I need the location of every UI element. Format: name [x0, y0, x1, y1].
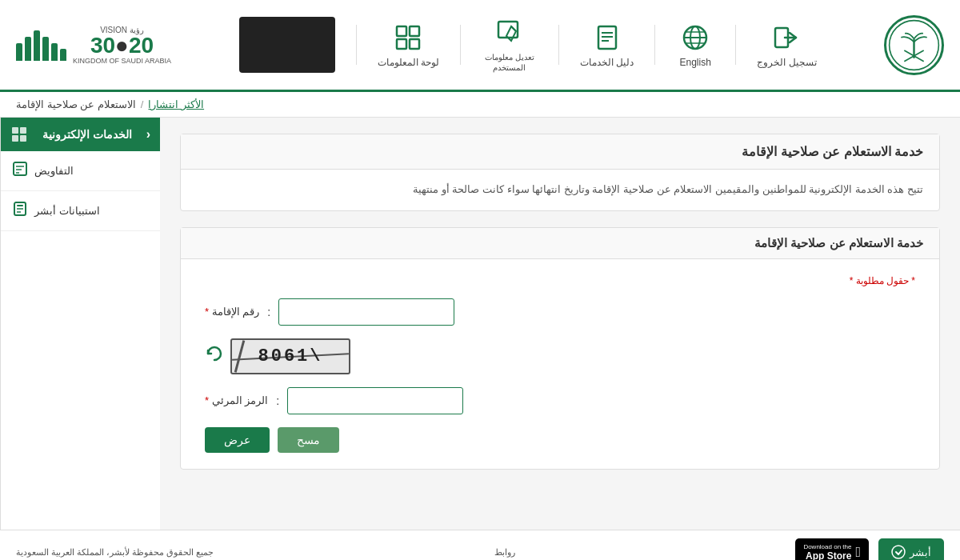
- clear-button[interactable]: مسح: [278, 427, 339, 453]
- bar-2: [51, 43, 58, 61]
- captcha-text: \8061: [258, 346, 323, 366]
- nav-edit-user-label: تعديل معلومات المستخدم: [482, 52, 538, 73]
- apple-icon: : [855, 544, 861, 561]
- svg-rect-24: [14, 162, 26, 175]
- breadcrumb-separator: /: [141, 98, 144, 110]
- iqama-input[interactable]: [278, 298, 454, 326]
- nav-english[interactable]: English: [663, 15, 727, 74]
- absher-label: أبشر: [910, 546, 931, 558]
- svg-rect-22: [12, 135, 18, 142]
- iqama-colon: :: [267, 306, 270, 318]
- iqama-label-text: رقم الإقامة: [212, 306, 260, 318]
- nav-services-guide[interactable]: دليل الخدمات: [567, 15, 646, 74]
- absher-icon: [891, 545, 906, 559]
- nav-divider-3: [558, 25, 559, 65]
- globe-icon: [679, 22, 711, 54]
- iqama-label: رقم الإقامة *: [205, 306, 259, 318]
- form-card-title: خدمة الاستعلام عن صلاحية الإقامة: [181, 228, 939, 259]
- footer-links: روابط: [494, 547, 515, 558]
- sidebar-negotiations-label: التفاويض: [34, 165, 74, 177]
- footer-apps: أبشر  Download on the App Store: [795, 538, 944, 560]
- nav-divider-1: [735, 25, 736, 65]
- header-right: رؤية VISION 20●30 KINGDOM OF SAUDI ARABI…: [16, 26, 171, 65]
- captcha-field: : الرمز المرئي *: [205, 387, 915, 414]
- kingdom-label: KINGDOM OF SAUDI ARABIA: [73, 57, 171, 65]
- iqama-required: *: [205, 306, 209, 318]
- required-asterisk: *: [911, 275, 915, 286]
- service-info-description: تتيح هذه الخدمة الإلكترونية للمواطنين وا…: [181, 170, 939, 210]
- app-store-download: Download on the: [803, 543, 851, 550]
- sidebar-header: ‹ الخدمات الإلكترونية: [1, 118, 160, 151]
- svg-rect-17: [410, 26, 419, 36]
- dashboard-icon: [392, 22, 424, 54]
- captcha-colon: :: [276, 394, 279, 407]
- bar-3: [42, 37, 49, 61]
- vision-bars: [16, 29, 66, 61]
- services-guide-icon: [591, 22, 623, 54]
- saudi-emblem: [884, 15, 944, 75]
- nav-edit-user[interactable]: تعديل معلومات المستخدم: [469, 10, 550, 79]
- captcha-row: \8061: [205, 338, 915, 374]
- negotiations-icon: [12, 161, 28, 181]
- captcha-image: \8061: [230, 338, 350, 374]
- captcha-slash: [234, 340, 246, 372]
- sidebar-item-surveys[interactable]: استبيانات أبشر: [1, 191, 160, 231]
- footer-link-1[interactable]: روابط: [494, 547, 515, 558]
- header-nav: تسجيل الخروج English: [171, 10, 884, 79]
- refresh-captcha-icon[interactable]: [205, 344, 224, 368]
- display-button[interactable]: عرض: [205, 427, 270, 453]
- nav-divider-5: [356, 25, 357, 65]
- nav-services-guide-label: دليل الخدمات: [580, 57, 634, 68]
- bar-6: [16, 43, 22, 61]
- svg-rect-21: [20, 127, 26, 134]
- svg-rect-23: [20, 135, 26, 142]
- nav-english-label: English: [680, 57, 711, 68]
- breadcrumb-home[interactable]: الأكثر انتشارا: [148, 98, 204, 110]
- sidebar: ‹ الخدمات الإلكترونية التفاويض: [0, 118, 160, 530]
- bar-4: [34, 30, 40, 61]
- breadcrumb-current: الاستعلام عن صلاحية الإقامة: [16, 98, 136, 110]
- svg-rect-18: [397, 39, 406, 49]
- sidebar-title: الخدمات الإلكترونية: [42, 128, 132, 141]
- app-store-button[interactable]:  Download on the App Store: [795, 538, 869, 560]
- nav-divider-2: [654, 25, 655, 65]
- vision-year: 20●30: [73, 34, 171, 57]
- main-layout: خدمة الاستعلام عن صلاحية الإقامة تتيح هذ…: [0, 118, 960, 530]
- bar-5: [25, 37, 31, 61]
- bar-1: [60, 49, 66, 61]
- nav-ihsan-blacked: [239, 17, 335, 73]
- required-note: * حقول مطلوبة *: [205, 275, 915, 286]
- svg-point-32: [892, 546, 905, 558]
- electronic-services-icon: [10, 126, 28, 143]
- vision-2030-logo: رؤية VISION 20●30 KINGDOM OF SAUDI ARABI…: [16, 26, 171, 65]
- sidebar-chevron-icon[interactable]: ‹: [146, 127, 150, 142]
- svg-rect-19: [410, 39, 419, 49]
- captcha-label-text: الرمز المرئي: [212, 394, 269, 406]
- nav-logout[interactable]: تسجيل الخروج: [744, 15, 829, 74]
- nav-divider-4: [460, 25, 461, 65]
- logout-icon: [770, 22, 802, 54]
- nav-dashboard[interactable]: لوحة المعلومات: [365, 15, 452, 74]
- nav-ihsan[interactable]: [226, 10, 348, 79]
- nav-logout-label: تسجيل الخروج: [757, 57, 816, 68]
- sidebar-item-negotiations[interactable]: التفاويض: [1, 151, 160, 191]
- absher-app-button[interactable]: أبشر: [878, 538, 944, 560]
- svg-rect-29: [17, 205, 23, 206]
- captcha-label: الرمز المرئي *: [205, 394, 268, 406]
- nav-dashboard-label: لوحة المعلومات: [378, 57, 439, 68]
- captcha-input[interactable]: [287, 387, 463, 414]
- edit-user-icon: [494, 17, 526, 49]
- header-logo: [884, 15, 944, 75]
- footer: أبشر  Download on the App Store روابط ج…: [0, 530, 960, 560]
- button-row: مسح عرض: [205, 427, 915, 453]
- footer-copyright: جميع الحقوق محفوظة لأبشر، المملكة العربي…: [16, 547, 214, 558]
- svg-rect-20: [12, 127, 18, 134]
- breadcrumb: الأكثر انتشارا / الاستعلام عن صلاحية الإ…: [0, 92, 960, 118]
- header: تسجيل الخروج English: [0, 0, 960, 92]
- required-text: حقول مطلوبة *: [850, 275, 909, 286]
- svg-rect-16: [397, 26, 406, 36]
- service-info-title: خدمة الاستعلام عن صلاحية الإقامة: [181, 134, 939, 170]
- captcha-required: *: [205, 394, 209, 406]
- content-area: خدمة الاستعلام عن صلاحية الإقامة تتيح هذ…: [160, 118, 960, 530]
- iqama-field: : رقم الإقامة *: [205, 298, 915, 326]
